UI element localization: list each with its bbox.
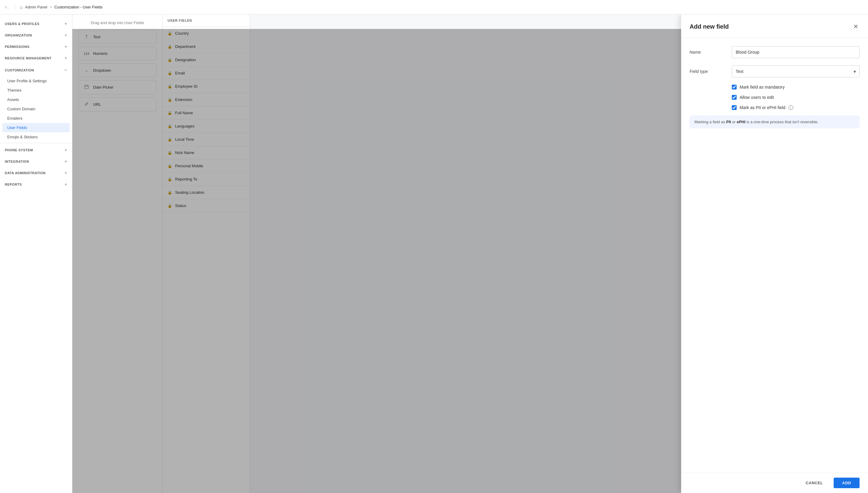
sidebar-item-user-profile-settings[interactable]: User Profile & Settings (0, 76, 72, 86)
add-button[interactable]: ADD (834, 478, 860, 488)
checkbox-mandatory-row: Mark field as mandatory (732, 85, 860, 89)
sidebar-section-integration[interactable]: INTEGRATION + (0, 156, 72, 167)
pii-label[interactable]: Mark as PII or ePHI field i (740, 105, 793, 110)
collapse-icon: − (64, 67, 67, 73)
pii-info-icon[interactable]: i (788, 105, 793, 110)
expand-icon: + (65, 33, 67, 38)
home-icon[interactable]: ⌂ (20, 4, 23, 9)
expand-icon: + (65, 21, 67, 26)
top-bar: ≡... ⌂ Admin Panel > Customization - Use… (0, 0, 868, 15)
sidebar-section-customization[interactable]: CUSTOMIZATION − (0, 64, 72, 76)
expand-icon: + (65, 170, 67, 176)
breadcrumb-separator: > (50, 5, 52, 9)
sidebar: USERS & PROFILES + ORGANIZATION + PERMIS… (0, 15, 72, 493)
sidebar-item-themes[interactable]: Themes (0, 86, 72, 95)
sidebar-section-phone-system[interactable]: PHONE SYSTEM + (0, 144, 72, 156)
field-type-select[interactable]: Text Numeric Dropdown Date Picker URL (732, 65, 860, 78)
add-new-field-modal: Add new field ✕ Name Field type Text (681, 15, 868, 493)
sidebar-item-emojis-stickers[interactable]: Emojis & Stickers (0, 132, 72, 142)
logo-text: ≡... (5, 5, 10, 9)
modal-title: Add new field (690, 23, 729, 30)
allow-edit-checkbox[interactable] (732, 95, 737, 100)
cancel-button[interactable]: CANCEL (798, 478, 830, 488)
sidebar-section-resource-management[interactable]: RESOURCE MANAGEMENT + (0, 52, 72, 64)
modal-close-button[interactable]: ✕ (852, 22, 860, 31)
checkbox-allow-edit-row: Allow users to edit (732, 95, 860, 100)
sidebar-item-assets[interactable]: Assets (0, 95, 72, 104)
expand-icon: + (65, 159, 67, 164)
pii-notice: Marking a field as PII or ePHI is a one-… (690, 115, 860, 128)
modal-footer: CANCEL ADD (681, 472, 868, 493)
breadcrumb-current: Customization - User Fields (54, 5, 103, 9)
user-fields-header: USER FIELDS (163, 15, 250, 27)
breadcrumb-parent[interactable]: Admin Panel (25, 5, 47, 9)
content-area: Drag and drop into User Fields T Text 12… (72, 15, 868, 493)
sidebar-section-data-administration[interactable]: DATA ADMINISTRATION + (0, 167, 72, 179)
expand-icon: + (65, 44, 67, 49)
pii-bold1: PII (726, 120, 731, 124)
field-type-select-wrap: Text Numeric Dropdown Date Picker URL ▾ (732, 65, 860, 78)
expand-icon: + (65, 147, 67, 153)
sidebar-item-emailers[interactable]: Emailers (0, 114, 72, 123)
name-label: Name (690, 50, 732, 55)
sidebar-item-user-fields[interactable]: User Fields (2, 123, 70, 132)
name-input[interactable] (732, 46, 860, 58)
field-type-label: Field type (690, 69, 732, 74)
expand-icon: + (65, 56, 67, 61)
ephi-bold: ePHI (737, 120, 745, 124)
sidebar-section-permissions[interactable]: PERMISSIONS + (0, 41, 72, 52)
modal-body: Name Field type Text Numeric Dropdown Da… (681, 38, 868, 472)
name-field-row: Name (690, 46, 860, 58)
expand-icon: + (65, 182, 67, 187)
mandatory-label[interactable]: Mark field as mandatory (740, 85, 784, 89)
mandatory-checkbox[interactable] (732, 85, 737, 89)
checkbox-pii-row: Mark as PII or ePHI field i (732, 105, 860, 110)
pii-checkbox[interactable] (732, 105, 737, 110)
drag-panel-title: Drag and drop into User Fields (78, 21, 156, 25)
sidebar-item-custom-domain[interactable]: Custom Domain (0, 104, 72, 114)
field-type-row: Field type Text Numeric Dropdown Date Pi… (690, 65, 860, 78)
sidebar-section-reports[interactable]: REPORTS + (0, 179, 72, 190)
sidebar-section-organization[interactable]: ORGANIZATION + (0, 29, 72, 41)
allow-edit-label[interactable]: Allow users to edit (740, 95, 774, 100)
sidebar-section-users-profiles[interactable]: USERS & PROFILES + (0, 18, 72, 29)
modal-header: Add new field ✕ (681, 15, 868, 38)
